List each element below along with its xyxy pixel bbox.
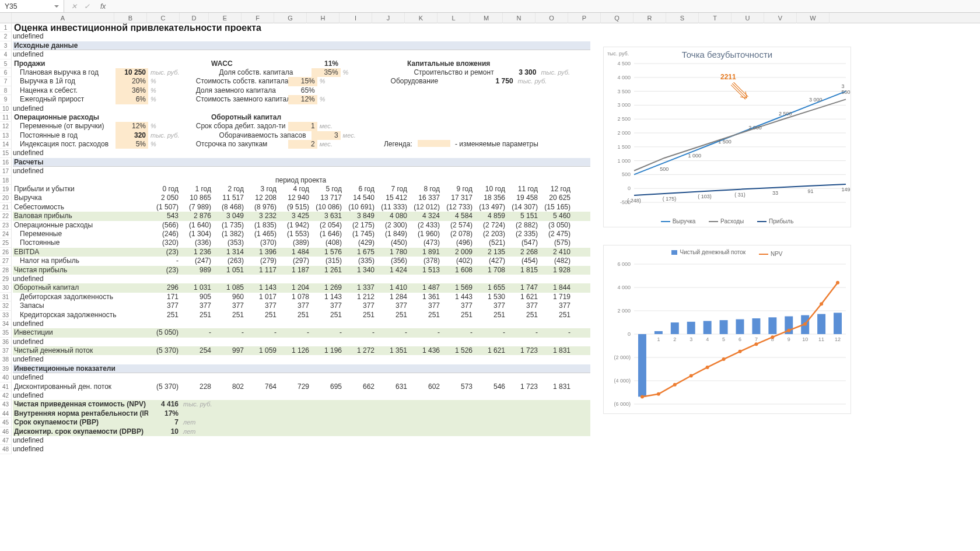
- svg-text:1: 1: [657, 336, 660, 342]
- svg-text:500: 500: [622, 171, 631, 177]
- svg-point-65: [690, 374, 693, 378]
- cancel-icon[interactable]: ✕: [71, 2, 77, 10]
- column-headers[interactable]: ABCDEFGHIJKLMNOPQRSTUVW: [0, 13, 980, 23]
- svg-point-69: [754, 342, 758, 346]
- svg-point-72: [803, 322, 807, 326]
- chart-breakeven[interactable]: тыс. руб. Точка безубыточности -50005001…: [603, 47, 851, 227]
- svg-text:4 000: 4 000: [617, 285, 631, 290]
- svg-point-71: [787, 329, 790, 332]
- svg-text:4 500: 4 500: [617, 61, 631, 66]
- svg-rect-51: [671, 322, 679, 334]
- svg-point-62: [640, 395, 644, 398]
- formula-bar-icons: ✕ ✓ fx: [64, 2, 116, 10]
- chart2-legend: Чистый денежный поток NPV: [604, 249, 850, 257]
- svg-text:1 500: 1 500: [617, 144, 631, 150]
- chart-cashflow-npv[interactable]: Чистый денежный поток NPV (6 000)(4 000)…: [603, 245, 851, 414]
- svg-rect-55: [736, 320, 744, 334]
- svg-text:12: 12: [835, 336, 841, 342]
- legend-fcf: Чистый денежный поток: [680, 249, 746, 255]
- chevron-down-icon[interactable]: [54, 5, 59, 8]
- svg-text:2 000: 2 000: [617, 130, 631, 136]
- svg-text:4: 4: [706, 336, 709, 342]
- svg-point-63: [657, 392, 660, 396]
- svg-point-64: [673, 383, 677, 387]
- svg-text:3 000: 3 000: [617, 102, 631, 108]
- chart1-legend: Выручка Расходы Прибыль: [604, 217, 850, 225]
- svg-text:1 000: 1 000: [617, 158, 631, 164]
- formula-bar: Y35 ✕ ✓ fx: [0, 0, 980, 13]
- svg-rect-52: [687, 322, 695, 334]
- svg-rect-57: [768, 317, 776, 334]
- legend-profit: Прибыль: [769, 218, 793, 224]
- svg-text:0: 0: [628, 185, 631, 191]
- svg-text:6: 6: [738, 336, 741, 342]
- legend-npv: NPV: [771, 251, 783, 257]
- svg-text:(6 000): (6 000): [614, 401, 631, 407]
- svg-point-66: [706, 366, 709, 369]
- svg-rect-54: [720, 320, 728, 334]
- chart1-callout: 2211: [720, 73, 736, 81]
- chart1-title: Точка безубыточности: [604, 47, 850, 62]
- svg-point-73: [820, 302, 823, 306]
- svg-text:5: 5: [722, 336, 725, 342]
- svg-text:6 000: 6 000: [617, 261, 631, 267]
- fx-icon[interactable]: fx: [97, 2, 109, 10]
- svg-text:3: 3: [690, 336, 692, 342]
- svg-rect-53: [704, 321, 712, 334]
- spreadsheet-cells[interactable]: Оценка инвестиционной привлекательности …: [13, 23, 590, 454]
- svg-rect-60: [817, 314, 825, 334]
- svg-text:7: 7: [755, 336, 758, 342]
- svg-text:10: 10: [802, 336, 808, 342]
- svg-text:2 500: 2 500: [617, 116, 631, 122]
- svg-rect-50: [654, 331, 663, 334]
- legend-revenue: Выручка: [673, 218, 696, 224]
- svg-rect-56: [752, 318, 760, 334]
- svg-point-68: [738, 350, 742, 353]
- svg-text:9: 9: [788, 336, 790, 342]
- legend-costs: Расходы: [720, 218, 744, 224]
- row-headers[interactable]: 1234567891011121314151617181920212223242…: [0, 23, 12, 454]
- svg-rect-49: [638, 334, 646, 396]
- svg-point-67: [722, 357, 726, 361]
- svg-text:3 500: 3 500: [617, 89, 631, 94]
- svg-text:2 000: 2 000: [617, 308, 631, 314]
- chart1-ylabel: тыс. руб.: [607, 51, 629, 57]
- svg-text:0: 0: [628, 331, 631, 337]
- svg-text:4 000: 4 000: [617, 75, 631, 80]
- svg-rect-61: [834, 313, 842, 334]
- confirm-icon[interactable]: ✓: [84, 2, 90, 10]
- name-box-value: Y35: [5, 2, 17, 10]
- name-box[interactable]: Y35: [0, 0, 64, 12]
- svg-point-74: [836, 281, 839, 285]
- svg-point-70: [771, 335, 774, 339]
- svg-text:(4 000): (4 000): [614, 378, 631, 384]
- arrow-icon: [731, 82, 751, 102]
- svg-text:(2 000): (2 000): [614, 355, 631, 360]
- svg-text:2: 2: [673, 336, 676, 342]
- svg-text:11: 11: [818, 336, 824, 342]
